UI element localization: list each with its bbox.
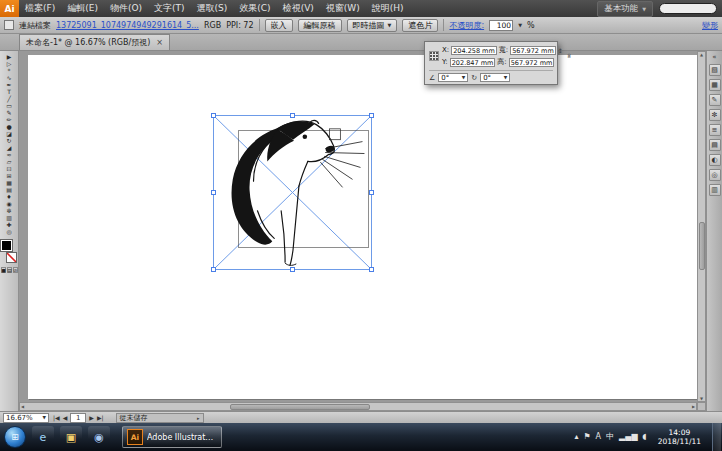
previous-artboard-icon[interactable]: ◀ <box>63 414 68 421</box>
blob-brush-tool[interactable]: ● <box>1 123 18 130</box>
column-graph-tool[interactable]: ▥ <box>1 214 18 221</box>
selection-handle-ne[interactable] <box>369 113 374 118</box>
menu-type[interactable]: 文字(T) <box>148 0 191 17</box>
explorer-folder-icon[interactable]: ▣ <box>60 426 82 448</box>
width-field[interactable]: 567.972 mm <box>510 46 556 55</box>
illustrator-taskbar-button[interactable]: Ai Adobe Illustrator... <box>122 426 222 448</box>
stroke-panel-icon[interactable]: ≡ <box>709 124 721 136</box>
menu-window[interactable]: 視窗(W) <box>320 0 366 17</box>
shear-angle-field[interactable]: 0° ▼ <box>438 73 468 82</box>
fill-stroke-indicator[interactable] <box>1 240 17 263</box>
show-desktop-button[interactable] <box>712 423 721 451</box>
y-field[interactable]: 202.847 mm <box>450 58 496 67</box>
start-button[interactable]: ⊞ <box>4 426 26 448</box>
edit-original-button[interactable]: 編輯原稿 <box>298 19 342 32</box>
symbol-sprayer-tool[interactable]: ✼ <box>1 207 18 214</box>
selection-handle-sw[interactable] <box>211 267 216 272</box>
menu-view[interactable]: 檢視(V) <box>277 0 320 17</box>
volume-icon[interactable]: ◖ <box>643 432 647 442</box>
zoom-tool[interactable]: ◎ <box>1 228 18 235</box>
selected-image-bounding-box[interactable] <box>213 115 372 270</box>
horizontal-scrollbar[interactable]: ◀ ▶ <box>19 402 697 411</box>
canvas-area[interactable]: ▲ ▼ ◀ ▶ <box>19 51 706 411</box>
scroll-left-icon[interactable]: ◀ <box>21 404 24 409</box>
fill-swatch[interactable] <box>1 240 12 251</box>
selection-handle-e[interactable] <box>369 190 374 195</box>
zoom-level-select[interactable]: 16.67% ▼ <box>3 413 49 423</box>
color-panel-icon[interactable]: ▧ <box>709 64 721 76</box>
menu-select[interactable]: 選取(S) <box>191 0 234 17</box>
next-artboard-icon[interactable]: ▶ <box>89 414 94 421</box>
symbols-panel-icon[interactable]: ✼ <box>709 109 721 121</box>
internet-explorer-icon[interactable]: e <box>32 426 54 448</box>
chevron-right-icon[interactable]: ▸ <box>197 415 200 421</box>
document-status-display[interactable]: 從未儲存 ▸ <box>116 413 204 423</box>
artboard-number-field[interactable]: 1 <box>70 413 86 423</box>
link-dimensions-icon[interactable]: ∞ <box>565 53 573 59</box>
ime-mode-icon[interactable]: 中 <box>606 432 614 442</box>
direct-selection-tool[interactable]: ▷ <box>1 60 18 67</box>
magic-wand-tool[interactable]: * <box>1 67 18 74</box>
paintbrush-tool[interactable]: ✎ <box>1 109 18 116</box>
expand-panels-icon[interactable]: « <box>712 53 716 61</box>
height-field[interactable]: 567.972 mm <box>509 58 555 67</box>
menu-file[interactable]: 檔案(F) <box>19 0 61 17</box>
perspective-grid-tool[interactable]: ⊞ <box>1 172 18 179</box>
transparency-panel-icon[interactable]: ◐ <box>709 154 721 166</box>
scroll-down-icon[interactable]: ▼ <box>700 396 703 401</box>
selection-handle-nw[interactable] <box>211 113 216 118</box>
reference-point-locator[interactable] <box>429 51 439 61</box>
selection-tool[interactable]: ▶ <box>1 53 18 60</box>
action-center-icon[interactable]: ⚑ <box>583 432 590 442</box>
gradient-panel-icon[interactable]: ▤ <box>709 139 721 151</box>
stroke-swatch[interactable] <box>6 252 17 263</box>
selection-handle-se[interactable] <box>369 267 374 272</box>
chevron-down-icon[interactable]: ▼ <box>43 415 46 420</box>
blend-tool[interactable]: ◉ <box>1 200 18 207</box>
mesh-tool[interactable]: ▦ <box>1 179 18 186</box>
pencil-tool[interactable]: ✏ <box>1 116 18 123</box>
selection-handle-n[interactable] <box>290 113 295 118</box>
lasso-tool[interactable]: ∿ <box>1 74 18 81</box>
search-input[interactable] <box>659 3 717 14</box>
transform-link[interactable]: 變形 <box>702 20 718 31</box>
shape-builder-tool[interactable]: ⊡ <box>1 165 18 172</box>
scroll-right-icon[interactable]: ▶ <box>692 404 695 409</box>
selection-handle-s[interactable] <box>290 267 295 272</box>
rectangle-tool[interactable]: ▭ <box>1 102 18 109</box>
live-trace-button[interactable]: 即時描圖 ▼ <box>347 19 398 32</box>
first-artboard-icon[interactable]: |◀ <box>53 414 60 421</box>
media-player-icon[interactable]: ◉ <box>88 426 110 448</box>
eraser-tool[interactable]: ◪ <box>1 130 18 137</box>
menu-edit[interactable]: 編輯(E) <box>61 0 104 17</box>
spinner-icon[interactable]: ↕ <box>558 47 563 54</box>
last-artboard-icon[interactable]: ▶| <box>97 414 104 421</box>
pen-tool[interactable]: ✒ <box>1 81 18 88</box>
type-tool[interactable]: T <box>1 88 18 95</box>
color-button[interactable]: ■ <box>1 267 6 273</box>
otter-sketch-image[interactable] <box>214 116 371 269</box>
vertical-scrollbar[interactable]: ▲ ▼ <box>697 51 706 402</box>
chevron-down-icon[interactable]: ▼ <box>388 20 392 31</box>
menu-help[interactable]: 說明(H) <box>366 0 410 17</box>
taskbar-clock[interactable]: 14:09 2018/11/11 <box>652 428 707 446</box>
x-field[interactable]: 204.258 mm <box>451 46 497 55</box>
hand-tool[interactable]: ✚ <box>1 221 18 228</box>
width-tool[interactable]: ≈ <box>1 151 18 158</box>
eyedropper-tool[interactable]: ♦ <box>1 193 18 200</box>
chevron-down-icon[interactable]: ▼ <box>518 22 522 28</box>
linked-filename-link[interactable]: 13725091_1074974949291614_5... <box>56 21 199 30</box>
chevron-down-icon[interactable]: ▼ <box>504 75 507 80</box>
close-icon[interactable]: × <box>156 38 163 47</box>
workspace-switcher[interactable]: 基本功能 ▼ <box>597 1 653 17</box>
scroll-up-icon[interactable]: ▲ <box>700 52 703 57</box>
hidden-icons-chevron[interactable]: ▴ <box>574 432 578 442</box>
swatches-panel-icon[interactable]: ▦ <box>709 79 721 91</box>
ime-language-icon[interactable]: A <box>596 432 601 442</box>
horizontal-scroll-thumb[interactable] <box>230 404 370 410</box>
opacity-label[interactable]: 不透明度: <box>449 20 484 31</box>
selection-handle-w[interactable] <box>211 190 216 195</box>
layers-panel-icon[interactable]: ▥ <box>709 184 721 196</box>
chevron-down-icon[interactable]: ▼ <box>462 75 465 80</box>
menu-effect[interactable]: 效果(C) <box>233 0 276 17</box>
